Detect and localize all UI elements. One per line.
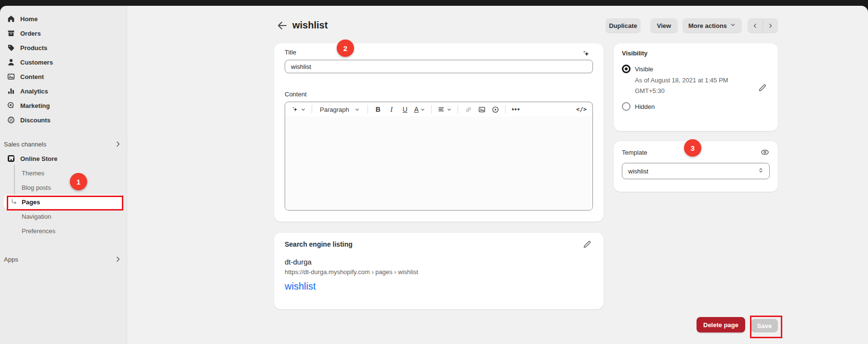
sidebar-subitem-label: Themes [22,170,44,177]
sidebar-item-customers[interactable]: Customers [4,55,123,69]
visible-since-text: As of August 18, 2021 at 1:45 PM GMT+5:3… [635,75,745,96]
seo-site-title: dt-durga [285,258,593,266]
home-icon [7,14,15,23]
customers-icon [7,58,15,66]
sidebar-item-label: Content [20,73,44,80]
discounts-icon [7,116,15,124]
orders-icon [7,29,15,38]
underline-button[interactable]: U [399,103,411,116]
visible-radio[interactable] [622,65,631,73]
paragraph-style-button[interactable]: Paragraph [316,103,364,116]
more-actions-button[interactable]: More actions [683,18,742,33]
online-store-icon [7,154,15,163]
delete-page-button[interactable]: Delete page [697,317,745,332]
previous-page-button[interactable] [748,18,763,33]
sidebar-subitem-preferences[interactable]: Preferences [4,224,123,238]
seo-heading: Search engine listing [285,240,593,248]
ai-assist-button[interactable] [289,103,308,116]
template-heading: Template [622,149,647,156]
bold-button[interactable]: B [372,103,384,116]
save-button[interactable]: Save [751,319,778,332]
sidebar-item-products[interactable]: Products [4,40,123,55]
sidebar-section-sales-channels[interactable]: Sales channels [4,137,122,151]
template-card: 3 Template wishlist [614,141,778,192]
sales-channels-label: Sales channels [4,141,46,148]
back-button[interactable] [276,20,288,31]
template-select-value: wishlist [628,168,648,175]
sidebar-item-home[interactable]: Home [4,12,123,26]
record-pager [748,18,778,33]
page-edit-card: 2 Title Content [274,43,604,222]
sidebar-subitem-navigation[interactable]: Navigation [4,209,123,224]
apps-label: Apps [4,256,18,263]
hidden-label: Hidden [635,103,655,110]
sidebar-item-marketing[interactable]: Marketing [4,98,123,113]
save-button-wrap: Save [751,319,778,332]
main-area: wishlist Duplicate View More actions [127,6,868,344]
more-formatting-button[interactable]: ••• [510,103,522,116]
seo-card: Search engine listing dt-durga https://d… [274,233,604,309]
hidden-radio[interactable] [622,102,631,111]
link-icon [464,106,473,114]
chevron-right-icon [114,255,122,263]
sidebar-item-orders[interactable]: Orders [4,26,123,40]
select-updown-icon [757,167,764,175]
chevron-down-icon [355,107,360,112]
sidebar-item-label: Marketing [20,102,50,109]
visibility-card: Visibility Visible As of August 18, 2021… [614,43,778,131]
image-icon [478,106,486,114]
sidebar-subitem-blog-posts[interactable]: Blog posts1 [4,180,123,195]
sidebar-item-label: Home [20,15,38,23]
chevron-down-icon [420,107,425,112]
text-color-glyph: A [414,106,419,113]
online-store-label: Online Store [20,155,57,162]
italic-button[interactable]: I [385,103,398,116]
sidebar-nav-online-store-sub: ThemesBlog posts1PagesNavigationPreferen… [0,166,127,238]
sidebar-item-analytics[interactable]: Analytics [4,84,123,98]
sidebar-subitem-label: Preferences [22,227,55,235]
sidebar-subitem-pages[interactable]: Pages [4,195,123,209]
duplicate-button[interactable]: Duplicate [605,18,641,33]
visible-label: Visible [635,66,653,73]
seo-page-link[interactable]: wishlist [285,281,593,292]
marketing-icon [7,101,15,110]
chevron-right-icon [114,140,122,148]
sidebar-item-online-store[interactable]: Online Store [4,151,123,166]
sidebar-subitem-themes[interactable]: Themes [4,166,123,180]
link-button[interactable] [462,103,474,116]
alignment-button[interactable] [435,103,454,116]
code-view-button[interactable]: </> [574,103,589,116]
preview-eye-icon[interactable] [760,147,770,157]
template-select[interactable]: wishlist [622,163,770,179]
sidebar-item-content[interactable]: Content [4,69,123,84]
content-icon [7,72,15,81]
annotation-step-1: 1 [70,173,87,190]
align-left-icon [437,106,445,113]
more-actions-label: More actions [688,22,727,29]
sidebar-item-label: Orders [20,30,41,37]
header-actions: Duplicate View More actions [605,18,778,33]
hidden-radio-row[interactable]: Hidden [622,102,770,111]
view-button[interactable]: View [650,18,678,33]
visible-radio-row[interactable]: Visible [622,65,770,73]
toolbar-divider [368,105,368,114]
toolbar-divider [505,105,506,114]
insert-video-button[interactable] [489,103,501,116]
edit-seo-pencil-icon[interactable] [582,239,592,249]
content-editor-area[interactable] [285,117,592,210]
sidebar-item-discounts[interactable]: Discounts [4,113,123,127]
sidebar-section-apps[interactable]: Apps [4,252,122,266]
text-color-button[interactable]: A [412,103,427,116]
page-title: wishlist [292,20,328,31]
sidebar-nav-main: HomeOrdersProductsCustomersContentAnalyt… [0,12,127,127]
visibility-heading: Visibility [622,50,770,57]
sidebar-item-label: Products [20,44,47,52]
next-page-button[interactable] [763,18,778,33]
insert-image-button[interactable] [475,103,488,116]
edit-visibility-pencil-icon[interactable] [758,83,767,93]
toolbar-divider [431,105,432,114]
ai-sparkle-icon[interactable] [581,49,591,59]
title-input[interactable] [285,60,593,73]
sidebar-item-label: Analytics [20,88,48,95]
sidebar-subitem-label: Blog posts [22,184,51,191]
